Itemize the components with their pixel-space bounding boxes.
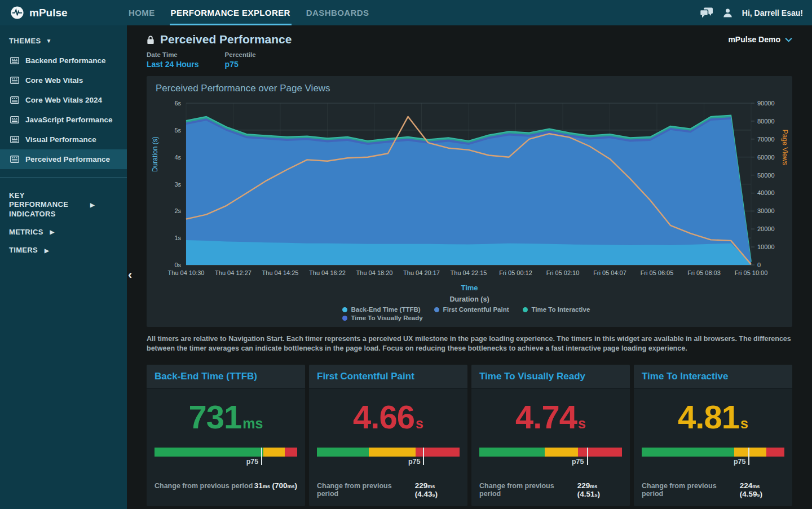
svg-text:10000: 10000 [757, 244, 775, 250]
svg-text:Thu 04 10:30: Thu 04 10:30 [168, 269, 205, 276]
bar-segment-bad [766, 448, 784, 457]
section-label: KEY PERFORMANCE INDICATORS [9, 191, 83, 219]
svg-text:Thu 04 16:22: Thu 04 16:22 [309, 269, 346, 276]
themes-header[interactable]: THEMES ▼ [0, 25, 127, 51]
svg-text:Fri 05 02:10: Fri 05 02:10 [546, 269, 580, 276]
card-back-end-time: Back-End Time (TTFB) 731ms p75 Ch [147, 365, 305, 507]
legend-item-fcp[interactable]: First Contentful Paint [434, 306, 509, 313]
top-nav: mPulse HOME PERFORMANCE EXPLORER DASHBOA… [0, 0, 812, 25]
sidebar-item-label: Backend Performance [25, 56, 106, 65]
user-greeting[interactable]: Hi, Darrell Esau! [742, 8, 803, 17]
threshold-bar: p75 [317, 448, 460, 473]
sidebar-collapse-button[interactable]: ‹ [128, 269, 132, 281]
nav-items: HOME PERFORMANCE EXPLORER DASHBOARDS [127, 0, 370, 25]
sidebar-item-backend-performance[interactable]: Backend Performance [0, 51, 127, 70]
x-axis-title: Time [153, 284, 785, 292]
bar-segment-bad [578, 448, 622, 457]
filter-bar: Date Time Last 24 Hours Percentile p75 [147, 51, 792, 69]
card-title: Time To Visually Ready [479, 371, 585, 382]
sidebar-item-javascript-performance[interactable]: JavaScript Performance [0, 110, 127, 130]
dashboard-icon [10, 57, 19, 64]
legend-title: Duration (s) [153, 295, 785, 303]
threshold-bar: p75 [479, 448, 622, 473]
sidebar-item-perceived-performance[interactable]: Perceived Performance [0, 149, 127, 169]
bar-segment-bad [416, 448, 460, 457]
svg-text:70000: 70000 [757, 136, 775, 143]
svg-text:Fri 05 10:00: Fri 05 10:00 [735, 269, 768, 276]
sidebar-item-core-web-vitals-2024[interactable]: Core Web Vitals 2024 [0, 90, 127, 110]
page-title: Perceived Performance [160, 33, 292, 46]
metric-cards: Back-End Time (TTFB) 731ms p75 Ch [147, 365, 792, 507]
svg-text:Fri 05 04:07: Fri 05 04:07 [593, 269, 626, 276]
themes-label: THEMES [9, 37, 41, 45]
chart-legend: Back-End Time (TTFB) First Contentful Pa… [342, 306, 597, 321]
svg-text:Fri 05 00:12: Fri 05 00:12 [499, 269, 532, 276]
svg-text:4s: 4s [174, 154, 181, 161]
legend-dot [434, 307, 439, 312]
svg-text:80000: 80000 [757, 118, 775, 125]
section-label: TIMERS [9, 246, 38, 255]
sidebar-item-label: Core Web Vitals [25, 76, 83, 85]
legend-item-tti[interactable]: Time To Interactive [523, 306, 590, 313]
filter-label: Percentile [225, 51, 256, 58]
card-title: First Contentful Paint [317, 371, 414, 382]
sidebar-item-label: JavaScript Performance [25, 116, 113, 124]
p75-marker: p75 [587, 448, 588, 465]
metric-value: 4.81s [642, 400, 784, 435]
legend-dot [342, 316, 347, 321]
sidebar-item-visual-performance[interactable]: Visual Performance [0, 130, 127, 149]
dashboard-icon [10, 77, 19, 84]
chevron-right-icon: ▶ [50, 229, 55, 235]
chat-icon[interactable] [700, 7, 713, 18]
bar-segment-warn [545, 448, 577, 457]
svg-text:30000: 30000 [757, 207, 775, 214]
nav-item-performance-explorer[interactable]: PERFORMANCE EXPLORER [170, 0, 292, 25]
sidebar-section-timers[interactable]: TIMERS ▶ [0, 241, 127, 259]
svg-text:20000: 20000 [757, 225, 775, 232]
metric-value: 4.66s [317, 400, 460, 435]
brand-name: mPulse [29, 7, 68, 19]
svg-text:Fri 05 08:03: Fri 05 08:03 [687, 269, 721, 276]
percentile-filter-value[interactable]: p75 [225, 60, 256, 69]
nav-item-dashboards[interactable]: DASHBOARDS [305, 0, 370, 25]
filter-label: Date Time [147, 51, 199, 58]
user-icon[interactable] [722, 7, 733, 18]
performance-chart[interactable]: 0s1s2s3s4s5s6s01000020000300004000050000… [153, 98, 785, 280]
svg-text:0: 0 [757, 262, 761, 268]
svg-text:Thu 04 14:25: Thu 04 14:25 [262, 269, 299, 276]
threshold-bar: p75 [155, 448, 297, 473]
card-title: Back-End Time (TTFB) [155, 371, 257, 382]
sidebar-item-core-web-vitals[interactable]: Core Web Vitals [0, 70, 127, 90]
bar-segment-bad [285, 448, 297, 457]
card-first-contentful-paint: First Contentful Paint 4.66s p75 [309, 365, 467, 507]
change-label: Change from previous period [155, 482, 253, 490]
threshold-bar: p75 [642, 448, 784, 473]
svg-text:5s: 5s [174, 127, 181, 134]
app-selector[interactable]: mPulse Demo [728, 35, 792, 44]
svg-text:50000: 50000 [757, 172, 775, 179]
legend-item-ttvr[interactable]: Time To Visually Ready [342, 315, 423, 321]
metric-value: 731ms [155, 400, 297, 435]
section-label: METRICS [9, 228, 43, 237]
card-time-to-visually-ready: Time To Visually Ready 4.74s p75 [471, 365, 630, 507]
sidebar-item-label: Visual Performance [25, 135, 96, 144]
brand[interactable]: mPulse [0, 0, 127, 25]
svg-text:Thu 04 18:20: Thu 04 18:20 [356, 269, 393, 276]
sidebar-section-metrics[interactable]: METRICS ▶ [0, 223, 127, 241]
sidebar-section-key-performance-indicators[interactable]: KEY PERFORMANCE INDICATORS ▶ [0, 187, 127, 223]
legend-item-ttfb[interactable]: Back-End Time (TTFB) [342, 306, 421, 313]
dashboard-icon [10, 136, 19, 143]
bar-segment-good [317, 448, 369, 457]
svg-text:0s: 0s [174, 262, 181, 268]
bar-segment-warn [263, 448, 285, 457]
svg-text:60000: 60000 [757, 154, 775, 161]
sidebar-item-label: Core Web Vitals 2024 [25, 96, 102, 104]
chart-panel: Perceived Performance over Page Views Du… [147, 76, 792, 327]
sidebar-item-label: Perceived Performance [25, 155, 110, 163]
change-label: Change from previous period [642, 482, 740, 498]
date-time-filter-value[interactable]: Last 24 Hours [147, 60, 199, 69]
svg-text:Fri 05 06:05: Fri 05 06:05 [641, 269, 674, 276]
card-title: Time To Interactive [642, 371, 728, 382]
widget-description: All timers are relative to Navigation St… [147, 334, 792, 354]
nav-item-home[interactable]: HOME [127, 0, 156, 25]
